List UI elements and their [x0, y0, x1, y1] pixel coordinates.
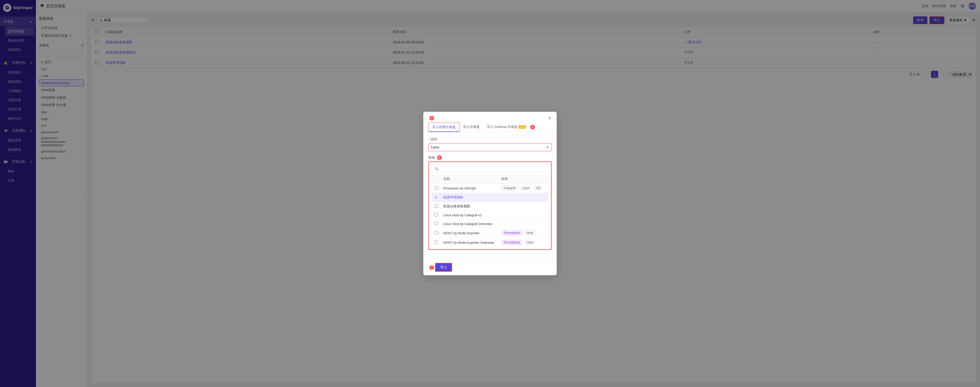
template-tags-4 — [499, 211, 548, 220]
template-name-7[interactable]: HOST by Node Exporter Overview — [441, 238, 499, 247]
annotation-4: 4 — [430, 116, 434, 121]
template-checkbox-4[interactable] — [434, 213, 438, 217]
beta-badge: beta — [519, 125, 525, 128]
template-name-2[interactable]: 机器常用指标 — [441, 193, 499, 202]
group-form-group: * 组件 Linux Windows Docker Kubernetes ▼ — [428, 137, 552, 151]
group-select[interactable]: Linux Windows Docker Kubernetes — [428, 143, 552, 151]
template-search-input[interactable] — [439, 167, 546, 171]
template-check-4 — [432, 211, 441, 220]
tab-import-label: 导入仪表盘 — [463, 125, 480, 128]
template-name-5[interactable]: Linux Host by Categraf Overview — [441, 220, 499, 228]
template-tags-6: Prometheus Host — [499, 228, 548, 238]
template-check-2: ✓ — [432, 193, 441, 202]
template-check-5 — [432, 220, 441, 228]
modal-tabs: 导入内置仪表盘 导入仪表盘 导入 Grafana 仪表盘 beta 5 — [428, 122, 552, 132]
modal-close-btn[interactable]: ✕ — [548, 116, 552, 121]
template-checkbox-3[interactable] — [434, 204, 438, 208]
template-row-1: Processes by UlricQin Categraf Linux OS — [432, 184, 548, 193]
modal-tab-builtin[interactable]: 导入内置仪表盘 — [428, 122, 460, 132]
modal-body: * 组件 Linux Windows Docker Kubernetes ▼ 模… — [423, 132, 557, 259]
group-label-text: 组件 — [431, 137, 438, 141]
template-name-3[interactable]: 机器台账表格视图 — [441, 202, 499, 211]
template-check-3 — [432, 202, 441, 211]
template-check-7 — [432, 238, 441, 247]
template-row-6: HOST by Node Exporter Prometheus Host — [432, 228, 548, 238]
template-name-6[interactable]: HOST by Node Exporter — [441, 228, 499, 238]
required-star: * — [428, 137, 430, 141]
template-tags-3 — [499, 202, 548, 211]
modal-header: 4 ✕ — [423, 112, 557, 121]
group-select-wrap: Linux Windows Docker Kubernetes ▼ — [428, 143, 552, 151]
tag-host-1: Host — [524, 230, 535, 236]
template-row-3: 机器台账表格视图 — [432, 202, 548, 211]
col-template-tags: 标签 — [499, 174, 548, 184]
tab-builtin-label: 导入内置仪表盘 — [432, 125, 456, 129]
col-template-check — [432, 174, 441, 184]
template-checkbox-1[interactable] — [434, 186, 438, 190]
template-row-2: ✓ 机器常用指标 — [432, 193, 548, 202]
group-label: * 组件 — [428, 137, 552, 142]
template-tags-2 — [499, 193, 548, 202]
template-check-1 — [432, 184, 441, 193]
annotation-6: 6 — [437, 155, 442, 160]
tab-grafana-label: 导入 Grafana 仪表盘 — [487, 125, 517, 129]
template-name-1[interactable]: Processes by UlricQin — [441, 184, 499, 193]
modal-footer: 7 导入 — [423, 259, 557, 275]
template-checkbox-7[interactable] — [434, 240, 438, 244]
template-label: 模板 6 — [428, 155, 552, 160]
tag-prometheus-2: Prometheus — [501, 240, 523, 245]
import-modal: 4 ✕ 导入内置仪表盘 导入仪表盘 导入 Grafana 仪表盘 beta 5 … — [423, 112, 557, 276]
tag-prometheus-1: Prometheus — [501, 230, 523, 236]
checkmark-icon: ✓ — [434, 195, 438, 200]
template-row-5: Linux Host by Categraf Overview — [432, 220, 548, 228]
template-section: 🔍 名称 标签 — [428, 162, 552, 250]
tag-categraf: Categraf — [501, 186, 518, 191]
modal-overlay: 4 ✕ 导入内置仪表盘 导入仪表盘 导入 Grafana 仪表盘 beta 5 … — [0, 0, 980, 387]
tag-host-2: Host — [524, 240, 535, 245]
modal-tab-grafana[interactable]: 导入 Grafana 仪表盘 beta — [483, 122, 529, 132]
template-form-group: 模板 6 🔍 名称 标签 — [428, 155, 552, 250]
tag-os: OS — [534, 186, 542, 191]
template-row-4: Linux Host by Categraf v2 — [432, 211, 548, 220]
template-tags-7: Prometheus Host — [499, 238, 548, 247]
template-list: 名称 标签 Processes by UlricQin Categraf — [432, 174, 548, 246]
template-checkbox-5[interactable] — [434, 222, 438, 225]
tag-linux: Linux — [520, 186, 532, 191]
template-check-6 — [432, 228, 441, 238]
annotation-5: 5 — [530, 125, 535, 129]
modal-import-btn[interactable]: 导入 — [435, 263, 452, 272]
template-tags-1: Categraf Linux OS — [499, 184, 548, 193]
template-name-4[interactable]: Linux Host by Categraf v2 — [441, 211, 499, 220]
template-row-7: HOST by Node Exporter Overview Prometheu… — [432, 238, 548, 247]
template-search-icon: 🔍 — [434, 167, 438, 171]
col-template-name: 名称 — [441, 174, 499, 184]
template-label-text: 模板 — [428, 155, 435, 159]
modal-tab-import[interactable]: 导入仪表盘 — [460, 122, 483, 132]
template-table: 名称 标签 Processes by UlricQin Categraf — [432, 174, 548, 246]
template-tags-5 — [499, 220, 548, 228]
annotation-7: 7 — [430, 265, 434, 270]
template-checkbox-6[interactable] — [434, 231, 438, 235]
